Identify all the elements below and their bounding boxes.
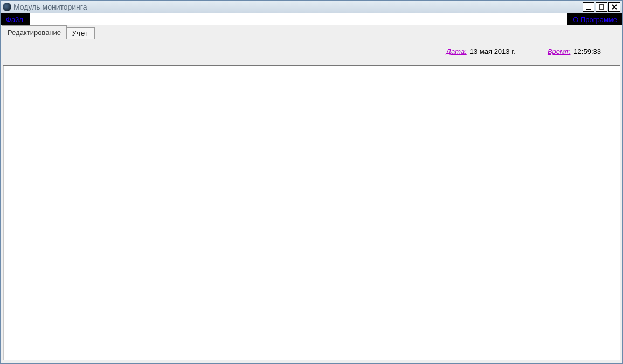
menu-about[interactable]: О Программе [566,13,622,25]
time-group: Время: 12:59:33 [548,47,601,55]
svg-rect-1 [599,5,604,9]
title-bar: Модуль мониторинга [1,1,622,13]
tab-list: Редактирование Учет [2,25,95,39]
close-icon [611,4,618,10]
app-icon [3,3,11,11]
menu-spacer [31,13,566,25]
date-group: Дата: 13 мая 2013 г. [446,47,515,55]
window-controls [583,2,620,12]
tab-edit[interactable]: Редактирование [2,25,67,39]
menu-file[interactable]: Файл [1,13,31,25]
tab-account[interactable]: Учет [66,27,95,39]
tab-bar: Редактирование Учет [1,25,622,39]
app-window: Модуль мониторинга Файл О Программе Реда… [0,0,623,364]
content-wrap [1,63,622,363]
menu-bar: Файл О Программе [1,13,622,25]
maximize-icon [598,4,605,10]
date-value: 13 мая 2013 г. [470,47,515,55]
info-bar: Дата: 13 мая 2013 г. Время: 12:59:33 [1,39,622,63]
close-button[interactable] [608,2,620,12]
maximize-button[interactable] [596,2,607,12]
minimize-icon [585,4,592,10]
window-title: Модуль мониторинга [13,3,583,11]
minimize-button[interactable] [583,2,594,12]
content-area [3,65,620,360]
date-label: Дата: [446,47,467,55]
time-value: 12:59:33 [573,47,601,55]
time-label: Время: [548,47,570,55]
